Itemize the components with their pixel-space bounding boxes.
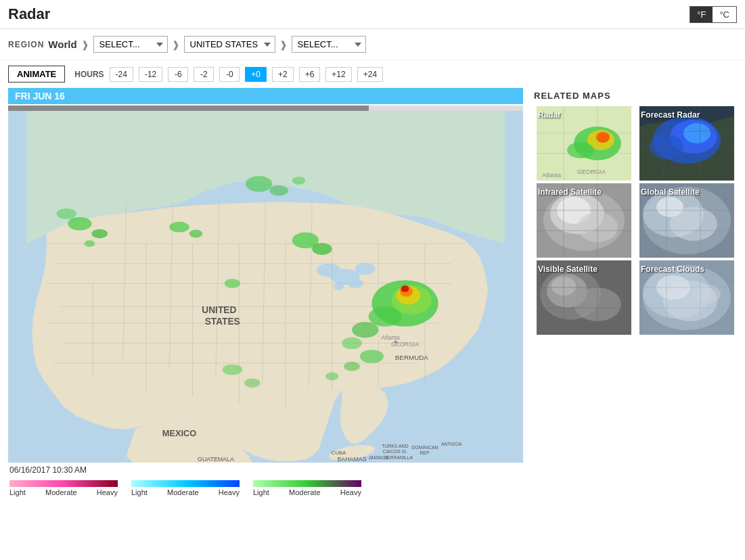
svg-text:SERRANILLA: SERRANILLA	[384, 455, 413, 460]
legend-cyan-labels: Light Moderate Heavy	[131, 488, 240, 496]
svg-point-46	[246, 176, 272, 192]
svg-point-34	[312, 243, 332, 255]
map-progress-fill	[8, 106, 369, 111]
svg-text:Atlanta: Atlanta	[381, 334, 400, 341]
top-bar: Radar °F °C	[0, 0, 745, 29]
region-select-country[interactable]: UNITED STATES	[184, 36, 275, 53]
region-select-1[interactable]: SELECT...	[93, 36, 168, 53]
svg-text:ANTIGÜA: ANTIGÜA	[441, 442, 462, 446]
svg-point-102	[656, 197, 683, 217]
legend-heavy-3: Heavy	[340, 488, 361, 496]
region-label: REGION	[8, 40, 44, 49]
chevron-right-icon: ❱	[81, 39, 89, 50]
unit-c-button[interactable]: °C	[713, 7, 736, 22]
hour-btn-neg2[interactable]: -2	[194, 67, 214, 82]
svg-point-72	[596, 132, 610, 143]
svg-point-29	[85, 240, 95, 247]
svg-point-4	[317, 264, 340, 277]
hour-btn-plus2[interactable]: +2	[272, 67, 294, 82]
svg-text:GUATEMALA: GUATEMALA	[198, 456, 234, 463]
related-maps-title: RELATED MAPS	[534, 88, 737, 101]
map-progress-bar	[8, 106, 523, 111]
svg-point-73	[567, 142, 594, 158]
legend-green-labels: Light Moderate Heavy	[253, 488, 361, 496]
svg-point-31	[189, 230, 203, 238]
right-panel: RELATED MAPS Atlanta GEORGIA	[534, 88, 737, 499]
hour-btn-plus6[interactable]: +6	[299, 67, 321, 82]
legend-moderate-2: Moderate	[167, 488, 198, 496]
map-thumb-forecast-clouds-label: Forecast Clouds	[641, 264, 704, 274]
svg-point-27	[68, 217, 91, 231]
unit-f-button[interactable]: °F	[690, 7, 713, 22]
legend-light-2: Light	[131, 488, 148, 496]
svg-point-6	[334, 283, 344, 290]
map-thumb-global[interactable]: Global Satellite	[637, 183, 737, 258]
map-thumb-forecast-clouds[interactable]: Forecast Clouds	[637, 260, 737, 335]
svg-point-49	[56, 208, 76, 219]
svg-point-47	[269, 185, 288, 196]
svg-point-41	[352, 322, 378, 338]
map-thumb-forecast-radar[interactable]: Forecast Radar	[637, 106, 737, 181]
controls-bar: ANIMATE HOURS -24 -12 -6 -2 -0 +0 +2 +6 …	[0, 60, 745, 88]
chevron-right-icon-3: ❱	[279, 39, 288, 50]
svg-text:Atlanta: Atlanta	[542, 172, 561, 179]
hour-btn-neg6[interactable]: -6	[168, 67, 188, 82]
hour-btn-neg12[interactable]: -12	[139, 67, 162, 82]
svg-text:TURKS AND: TURKS AND	[382, 444, 408, 448]
hour-btn-plus24[interactable]: +24	[357, 67, 383, 82]
svg-point-45	[325, 373, 339, 381]
map-container[interactable]: UNITED STATES MEXICO BERMUDA BAHAMAS CUB…	[8, 111, 523, 463]
svg-point-84	[650, 135, 683, 159]
hour-btn-plus0[interactable]: +0	[245, 67, 267, 82]
timestamp: 06/16/2017 10:30 AM	[8, 463, 523, 477]
legend-moderate-1: Moderate	[45, 488, 76, 496]
unit-switcher: °F °C	[690, 6, 737, 23]
map-thumb-visible-label: Visible Satellite	[538, 264, 597, 274]
hour-btn-neg24[interactable]: -24	[110, 67, 133, 82]
svg-text:MEXICO: MEXICO	[162, 428, 196, 438]
map-thumb-forecast-radar-label: Forecast Radar	[641, 110, 700, 120]
svg-point-48	[292, 177, 306, 185]
date-bar: FRI JUN 16	[8, 88, 523, 104]
svg-point-32	[225, 279, 241, 288]
legend-light-1: Light	[9, 488, 26, 496]
svg-text:REP.: REP.	[420, 450, 430, 455]
map-thumb-infrared[interactable]: Infrared Satellite	[534, 183, 634, 258]
map-thumb-visible[interactable]: Visible Satellite	[534, 260, 634, 335]
page-title: Radar	[8, 5, 50, 23]
svg-text:BAHAMAS: BAHAMAS	[337, 456, 366, 463]
svg-point-42	[342, 337, 361, 350]
svg-point-43	[360, 350, 384, 363]
svg-text:UNITED: UNITED	[202, 305, 236, 315]
hours-label: HOURS	[74, 70, 104, 79]
main-layout: FRI JUN 16	[0, 88, 745, 507]
region-select-2[interactable]: SELECT...	[292, 36, 366, 53]
legend-heavy-1: Heavy	[97, 488, 118, 496]
legend-moderate-3: Moderate	[289, 488, 320, 496]
svg-text:DOMINICAN: DOMINICAN	[411, 445, 438, 450]
svg-point-28	[91, 229, 108, 239]
map-grid: Atlanta GEORGIA Radar	[534, 106, 737, 335]
map-thumb-infrared-label: Infrared Satellite	[538, 187, 602, 197]
svg-point-51	[244, 378, 261, 388]
svg-text:BERMUDA: BERMUDA	[395, 354, 428, 361]
svg-point-40	[369, 306, 402, 326]
legend-light-3: Light	[253, 488, 269, 496]
map-thumb-radar-label: Radar	[538, 110, 561, 120]
chevron-right-icon-2: ❱	[172, 39, 180, 50]
svg-text:CUBA: CUBA	[332, 450, 347, 456]
svg-point-44	[344, 362, 360, 371]
hour-btn-neg0[interactable]: -0	[219, 67, 240, 82]
legend-heavy-2: Heavy	[219, 488, 240, 496]
map-thumb-radar[interactable]: Atlanta GEORGIA Radar	[534, 106, 634, 181]
svg-text:CAICOS IS.: CAICOS IS.	[383, 449, 408, 454]
legend-cyan: Light Moderate Heavy	[131, 480, 240, 496]
svg-text:GEORGIA: GEORGIA	[577, 168, 606, 175]
animate-button[interactable]: ANIMATE	[8, 66, 65, 83]
legend-pink-labels: Light Moderate Heavy	[9, 488, 118, 496]
legend-pink-gradient	[9, 480, 118, 487]
legend-cyan-gradient	[131, 480, 240, 487]
svg-text:STATES: STATES	[205, 317, 240, 327]
svg-point-30	[169, 222, 189, 233]
hour-btn-plus12[interactable]: +12	[325, 67, 351, 82]
